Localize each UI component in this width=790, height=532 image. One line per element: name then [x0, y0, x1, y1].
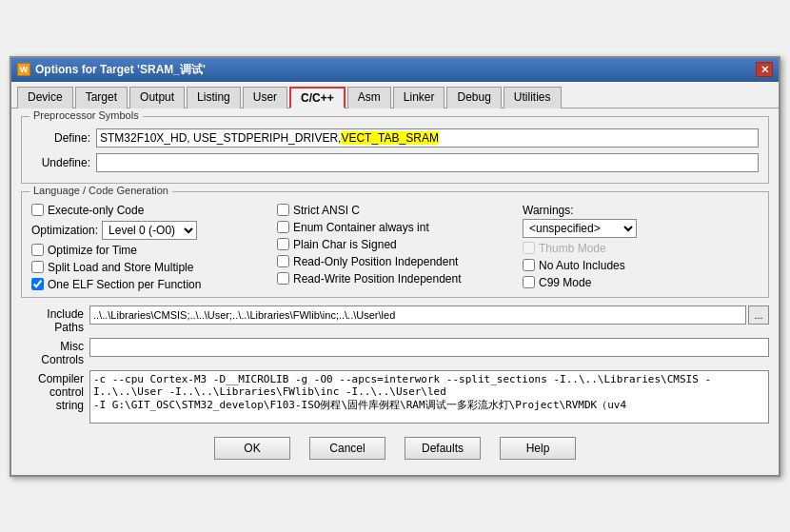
- main-window: W Options for Target 'SRAM_调试' ✕ Device …: [10, 56, 780, 477]
- plain-char-checkbox[interactable]: [277, 238, 289, 250]
- preprocessor-group: Preprocessor Symbols Define: STM32F10X_H…: [21, 116, 769, 184]
- enum-container-checkbox[interactable]: [277, 221, 289, 233]
- read-only-pos-label: Read-Only Position Independent: [293, 255, 458, 268]
- tab-device[interactable]: Device: [17, 87, 73, 108]
- language-group-title: Language / Code Generation: [30, 185, 172, 196]
- include-row: IncludePaths ...: [21, 305, 769, 334]
- tab-debug[interactable]: Debug: [446, 87, 501, 108]
- strict-ansi-row: Strict ANSI C: [277, 204, 513, 217]
- tab-utilities[interactable]: Utilities: [504, 87, 562, 108]
- optimize-time-row: Optimize for Time: [31, 244, 267, 257]
- execute-only-checkbox[interactable]: [31, 204, 44, 216]
- no-auto-includes-label: No Auto Includes: [539, 259, 625, 272]
- optimization-select[interactable]: Level 0 (-O0) Level 1 (-O1) Level 2 (-O2…: [102, 221, 197, 240]
- split-load-checkbox[interactable]: [31, 261, 44, 273]
- title-bar: W Options for Target 'SRAM_调试' ✕: [11, 58, 779, 82]
- optimization-row: Optimization: Level 0 (-O0) Level 1 (-O1…: [31, 221, 267, 240]
- content-area: Preprocessor Symbols Define: STM32F10X_H…: [11, 108, 779, 475]
- preprocessor-group-title: Preprocessor Symbols: [30, 109, 143, 121]
- tab-output[interactable]: Output: [129, 87, 185, 108]
- defaults-button[interactable]: Defaults: [405, 437, 481, 460]
- execute-only-label: Execute-only Code: [48, 204, 144, 217]
- window-icon: W: [17, 63, 30, 76]
- optimize-time-checkbox[interactable]: [31, 244, 44, 256]
- compiler-textarea[interactable]: -c --cpu Cortex-M3 -D__MICROLIB -g -O0 -…: [89, 370, 769, 424]
- thumb-mode-row: Thumb Mode: [523, 242, 759, 255]
- define-row: Define: STM32F10X_HD, USE_STDPERIPH_DRIV…: [31, 128, 759, 148]
- cancel-button[interactable]: Cancel: [309, 437, 385, 460]
- define-input-container[interactable]: STM32F10X_HD, USE_STDPERIPH_DRIVER,VECT_…: [96, 128, 759, 148]
- warnings-label: Warnings:: [523, 204, 759, 217]
- read-only-pos-row: Read-Only Position Independent: [277, 255, 513, 268]
- misc-label: MiscControls: [21, 338, 89, 366]
- c99-mode-label: C99 Mode: [539, 276, 591, 289]
- help-button[interactable]: Help: [500, 437, 576, 460]
- tab-user[interactable]: User: [243, 87, 287, 108]
- define-normal-text: STM32F10X_HD, USE_STDPERIPH_DRIVER,: [100, 131, 341, 145]
- read-write-pos-label: Read-Write Position Independent: [293, 272, 462, 286]
- tab-target[interactable]: Target: [75, 87, 128, 108]
- compiler-label: Compilercontrolstring: [21, 370, 89, 412]
- misc-row: MiscControls: [21, 338, 769, 366]
- misc-input[interactable]: [89, 338, 769, 357]
- execute-only-row: Execute-only Code: [31, 204, 267, 217]
- close-button[interactable]: ✕: [756, 62, 773, 77]
- ok-button[interactable]: OK: [214, 437, 290, 460]
- no-auto-includes-row: No Auto Includes: [523, 259, 759, 272]
- browse-button[interactable]: ...: [748, 305, 769, 325]
- lang-col2: Strict ANSI C Enum Container always int …: [277, 204, 513, 291]
- tab-listing[interactable]: Listing: [187, 87, 241, 108]
- include-label: IncludePaths: [21, 305, 89, 334]
- strict-ansi-label: Strict ANSI C: [293, 204, 360, 217]
- compiler-row: Compilercontrolstring -c --cpu Cortex-M3…: [21, 370, 769, 424]
- enum-container-label: Enum Container always int: [293, 221, 429, 234]
- strict-ansi-checkbox[interactable]: [277, 204, 289, 216]
- include-input-container: ...: [89, 305, 769, 325]
- lang-col3: Warnings: <unspecified> No Warnings All …: [523, 204, 759, 291]
- read-write-pos-checkbox[interactable]: [277, 272, 289, 285]
- define-highlight-text: VECT_TAB_SRAM: [341, 131, 438, 145]
- optimize-time-label: Optimize for Time: [48, 244, 137, 257]
- one-elf-row: One ELF Section per Function: [31, 278, 267, 291]
- c99-mode-checkbox[interactable]: [523, 276, 535, 288]
- c99-mode-row: C99 Mode: [523, 276, 759, 289]
- enum-container-row: Enum Container always int: [277, 221, 513, 234]
- plain-char-row: Plain Char is Signed: [277, 238, 513, 251]
- plain-char-label: Plain Char is Signed: [293, 238, 397, 251]
- language-group: Language / Code Generation Execute-only …: [21, 191, 769, 298]
- warnings-select[interactable]: <unspecified> No Warnings All Warnings: [523, 219, 637, 238]
- language-grid: Execute-only Code Optimization: Level 0 …: [31, 204, 759, 291]
- undefine-row: Undefine:: [31, 153, 759, 172]
- undefine-label: Undefine:: [31, 156, 96, 169]
- undefine-input[interactable]: [96, 153, 759, 172]
- tab-bar: Device Target Output Listing User C/C++ …: [11, 82, 779, 108]
- bottom-fields: IncludePaths ... MiscControls Compilerco…: [21, 305, 769, 424]
- tab-asm[interactable]: Asm: [347, 87, 391, 108]
- split-load-label: Split Load and Store Multiple: [48, 261, 193, 274]
- read-only-pos-checkbox[interactable]: [277, 255, 289, 267]
- no-auto-includes-checkbox[interactable]: [523, 259, 535, 271]
- one-elf-label: One ELF Section per Function: [48, 278, 201, 291]
- warnings-container: Warnings: <unspecified> No Warnings All …: [523, 204, 759, 238]
- window-title: Options for Target 'SRAM_调试': [35, 62, 206, 78]
- optimization-label: Optimization:: [31, 224, 98, 237]
- thumb-mode-label: Thumb Mode: [539, 242, 606, 255]
- lang-col1: Execute-only Code Optimization: Level 0 …: [31, 204, 267, 291]
- split-load-row: Split Load and Store Multiple: [31, 261, 267, 274]
- footer-buttons: OK Cancel Defaults Help: [21, 431, 769, 467]
- thumb-mode-checkbox[interactable]: [523, 242, 535, 254]
- one-elf-checkbox[interactable]: [31, 278, 44, 290]
- tab-cpp[interactable]: C/C++: [289, 87, 346, 108]
- tab-linker[interactable]: Linker: [393, 87, 445, 108]
- include-input[interactable]: [89, 305, 746, 325]
- define-label: Define:: [31, 131, 96, 145]
- read-write-pos-row: Read-Write Position Independent: [277, 272, 513, 286]
